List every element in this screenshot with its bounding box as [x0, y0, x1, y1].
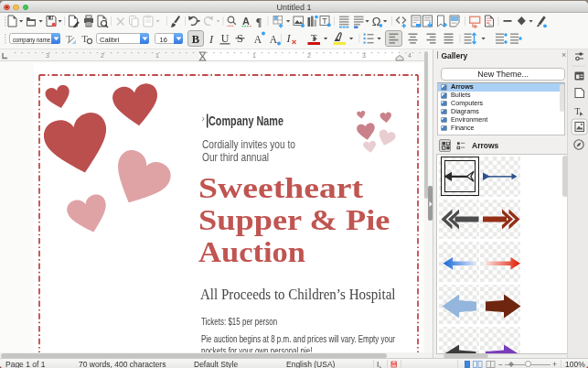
svg-text:B: B [192, 33, 199, 46]
svg-text:T: T [575, 107, 581, 116]
svg-text:U: U [221, 32, 230, 45]
svg-text:A: A [242, 16, 250, 27]
svg-text:I: I [285, 32, 291, 45]
svg-text:T: T [311, 32, 317, 43]
svg-text:A: A [254, 34, 262, 45]
svg-text:I: I [208, 33, 214, 46]
svg-text:T: T [322, 16, 327, 26]
svg-text:A: A [270, 34, 278, 45]
svg-text:¶: ¶ [256, 16, 262, 28]
